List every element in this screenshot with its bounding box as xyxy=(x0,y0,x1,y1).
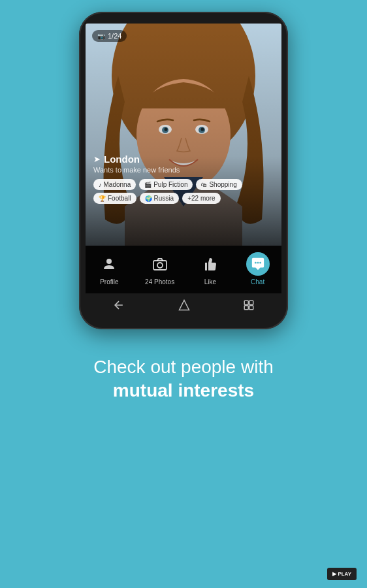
status-text: Wants to make new friends xyxy=(93,166,274,174)
bottom-text-section: Check out people with mutual interests xyxy=(74,355,293,403)
like-label: Like xyxy=(204,278,216,286)
tag-russia[interactable]: 🌍 Russia xyxy=(140,193,180,204)
tag-label: Football xyxy=(108,195,131,202)
bottom-text-line1: Check out people with xyxy=(93,355,274,379)
profile-icon xyxy=(97,252,121,276)
tags-row-1: ♪ Madonna 🎬 Pulp Fiction 🛍 Shopping xyxy=(93,179,274,190)
play-store-badge[interactable]: ▶ PLAY xyxy=(327,568,357,580)
bottom-text-line2: mutual interests xyxy=(93,379,274,402)
photos-button[interactable]: 24 Photos xyxy=(145,252,174,286)
chat-label: Chat xyxy=(251,278,264,286)
face-illustration xyxy=(86,24,281,246)
tag-madonna[interactable]: ♪ Madonna xyxy=(93,179,136,190)
phone-container: 📷 1/24 ➤ London Wants to make new friend… xyxy=(79,12,288,329)
tag-label: Pulp Fiction xyxy=(153,181,187,188)
svg-point-11 xyxy=(106,259,112,264)
location-arrow-icon: ➤ xyxy=(93,154,101,164)
like-button[interactable]: Like xyxy=(199,252,222,286)
svg-point-13 xyxy=(157,263,163,268)
tag-label: +22 more xyxy=(187,195,215,202)
chat-icon xyxy=(246,252,270,276)
tag-label: Madonna xyxy=(104,181,131,188)
svg-rect-18 xyxy=(245,301,249,304)
tag-label: Russia xyxy=(154,195,174,202)
svg-point-16 xyxy=(259,262,261,264)
phone-nav-bar xyxy=(86,293,281,320)
shopping-icon: 🛍 xyxy=(201,182,207,188)
svg-point-14 xyxy=(255,262,257,264)
like-icon xyxy=(199,252,222,276)
recents-button[interactable] xyxy=(243,299,255,314)
trophy-icon: 🏆 xyxy=(99,195,106,202)
location-row: ➤ London xyxy=(93,154,274,165)
tag-label: Shopping xyxy=(209,181,236,188)
location-name: London xyxy=(104,154,140,165)
svg-point-15 xyxy=(257,262,259,264)
phone-screen: 📷 1/24 ➤ London Wants to make new friend… xyxy=(86,24,281,320)
phone-shell: 📷 1/24 ➤ London Wants to make new friend… xyxy=(79,12,288,329)
svg-rect-10 xyxy=(86,24,281,246)
tag-shopping[interactable]: 🛍 Shopping xyxy=(196,179,242,190)
music-icon: ♪ xyxy=(99,182,102,188)
camera-icon xyxy=(148,252,172,276)
tag-more[interactable]: +22 more xyxy=(182,193,221,204)
action-bar: Profile 24 Photos xyxy=(86,246,281,293)
tags-row-2: 🏆 Football 🌍 Russia +22 more xyxy=(93,193,274,204)
profile-button[interactable]: Profile xyxy=(97,252,121,286)
svg-marker-17 xyxy=(179,301,189,310)
svg-rect-19 xyxy=(249,301,253,304)
chat-button[interactable]: Chat xyxy=(246,252,270,286)
camera-small-icon: 📷 xyxy=(97,33,105,40)
film-icon: 🎬 xyxy=(144,182,152,188)
back-button[interactable] xyxy=(112,299,125,315)
home-button[interactable] xyxy=(178,299,190,314)
profile-label: Profile xyxy=(100,278,118,286)
counter-text: 1/24 xyxy=(108,32,121,40)
svg-rect-21 xyxy=(249,306,253,310)
tag-pulp-fiction[interactable]: 🎬 Pulp Fiction xyxy=(139,179,193,190)
tag-football[interactable]: 🏆 Football xyxy=(93,193,136,204)
profile-info-overlay: ➤ London Wants to make new friends ♪ Mad… xyxy=(93,154,274,206)
photo-counter: 📷 1/24 xyxy=(92,30,127,42)
profile-photo[interactable]: 📷 1/24 ➤ London Wants to make new friend… xyxy=(86,24,281,246)
photos-label: 24 Photos xyxy=(145,278,174,286)
svg-rect-20 xyxy=(245,306,249,310)
globe-icon: 🌍 xyxy=(145,195,152,202)
